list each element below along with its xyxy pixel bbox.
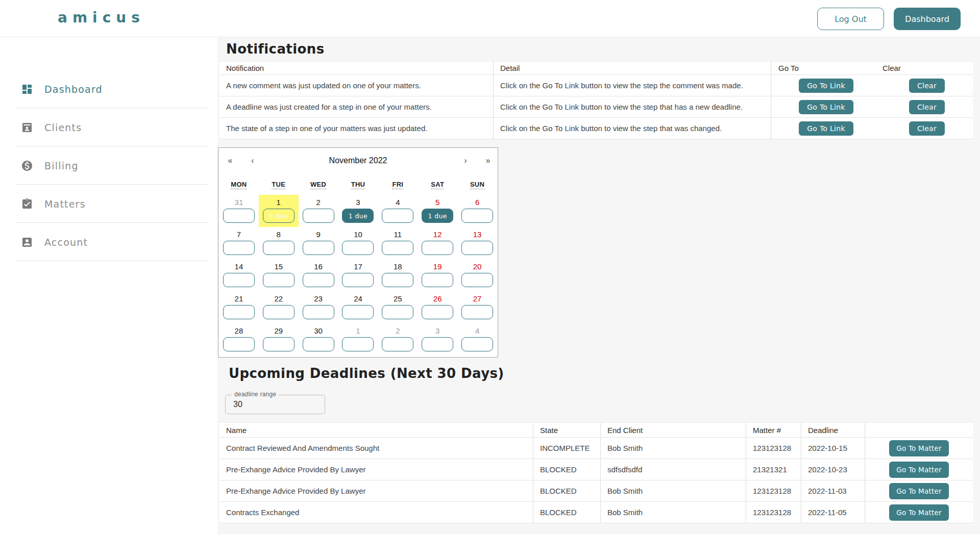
calendar-next-year-button[interactable]: » — [481, 154, 495, 167]
sidebar-item-clients[interactable]: Clients — [0, 108, 217, 146]
calendar-day[interactable]: 10 — [338, 227, 378, 259]
calendar-day[interactable]: 14 — [219, 259, 259, 291]
calendar-day-tile[interactable] — [342, 273, 374, 287]
calendar-day[interactable]: 1 0 due — [259, 195, 299, 227]
calendar-day[interactable]: 18 — [378, 259, 418, 291]
calendar-day[interactable]: 1 — [338, 323, 378, 355]
calendar-day[interactable]: 21 — [219, 291, 259, 323]
calendar-day[interactable]: 26 — [418, 291, 457, 323]
deadline-range-field[interactable]: deadline range — [225, 395, 325, 414]
calendar-day-tile[interactable] — [461, 337, 493, 351]
sidebar-item-dashboard[interactable]: Dashboard — [0, 70, 217, 108]
calendar-day[interactable]: 22 — [259, 291, 299, 323]
calendar-day-tile[interactable] — [263, 337, 295, 351]
calendar-day-tile[interactable] — [223, 273, 255, 287]
go-to-matter-button[interactable]: Go To Matter — [889, 483, 948, 499]
calendar-day[interactable]: 25 — [378, 291, 418, 323]
calendar-day[interactable]: 17 — [338, 259, 378, 291]
page: amicus Log Out Dashboard Dashboard Clien… — [0, 0, 980, 534]
go-to-matter-button[interactable]: Go To Matter — [889, 440, 948, 456]
calendar-day[interactable]: 9 — [299, 227, 338, 259]
calendar-day-tile[interactable] — [382, 305, 413, 319]
calendar-day-tile[interactable] — [382, 241, 413, 255]
calendar-day-tile[interactable] — [263, 305, 295, 319]
deadline-row: Pre-Exhange Advice Provided By Lawyer BL… — [219, 480, 973, 502]
calendar-day-tile[interactable] — [223, 337, 255, 351]
calendar-day-tile[interactable] — [303, 273, 334, 287]
calendar-day-number: 13 — [457, 230, 497, 239]
calendar-day[interactable]: 13 — [457, 227, 497, 259]
calendar-day-tile[interactable] — [461, 241, 493, 255]
calendar-day[interactable]: 11 — [378, 227, 418, 259]
calendar-next-month-button[interactable]: › — [459, 154, 472, 167]
calendar-day[interactable]: 23 — [299, 291, 338, 323]
calendar-day[interactable]: 31 — [219, 195, 259, 227]
log-out-button[interactable]: Log Out — [817, 8, 884, 30]
clear-button[interactable]: Clear — [909, 121, 945, 136]
calendar-day[interactable]: 2 — [299, 195, 338, 227]
calendar-day[interactable]: 6 — [457, 195, 497, 227]
calendar-day-tile[interactable] — [382, 273, 413, 287]
calendar-day[interactable]: 3 — [418, 323, 457, 355]
calendar-day-number: 16 — [299, 262, 338, 271]
calendar-day[interactable]: 12 — [418, 227, 457, 259]
calendar-day-tile[interactable] — [342, 241, 374, 255]
clear-button[interactable]: Clear — [909, 100, 945, 114]
calendar-day[interactable]: 15 — [259, 259, 299, 291]
sidebar-item-billing[interactable]: Billing — [0, 146, 217, 185]
calendar-day-tile[interactable] — [461, 305, 493, 319]
sidebar-item-account[interactable]: Account — [0, 223, 217, 261]
calendar-day[interactable]: 27 — [457, 291, 497, 323]
go-to-link-button[interactable]: Go To Link — [799, 121, 853, 136]
calendar-day-tile[interactable] — [422, 337, 453, 351]
calendar-day-tile[interactable] — [382, 337, 413, 351]
calendar-day-tile[interactable] — [461, 273, 493, 287]
calendar-day[interactable]: 8 — [259, 227, 299, 259]
calendar-day-tile[interactable]: 1 due — [422, 209, 453, 223]
calendar-day-tile[interactable] — [461, 209, 493, 223]
go-to-link-button[interactable]: Go To Link — [799, 100, 853, 114]
calendar-day-tile[interactable] — [303, 337, 334, 351]
deadline-range-input[interactable] — [233, 396, 320, 413]
calendar-day-tile[interactable] — [342, 337, 374, 351]
calendar-day-tile[interactable] — [223, 209, 255, 223]
calendar-day-tile[interactable] — [303, 305, 334, 319]
go-to-matter-button[interactable]: Go To Matter — [889, 462, 948, 478]
calendar-day-tile[interactable]: 0 due — [263, 209, 295, 223]
calendar-day[interactable]: 5 1 due — [418, 195, 457, 227]
deadline-date: 2022-10-23 — [801, 459, 865, 480]
clear-button[interactable]: Clear — [909, 79, 945, 93]
deadline-state: INCOMPLETE — [533, 438, 601, 459]
calendar-day[interactable]: 24 — [338, 291, 378, 323]
calendar-day-tile[interactable] — [342, 305, 374, 319]
calendar-day[interactable]: 3 1 due — [338, 195, 378, 227]
calendar-day-number: 9 — [299, 230, 338, 239]
calendar-day-tile[interactable] — [303, 209, 334, 223]
calendar-day[interactable]: 7 — [219, 227, 259, 259]
calendar-day[interactable]: 20 — [457, 259, 497, 291]
calendar-day-number: 24 — [338, 294, 378, 303]
calendar-day-number: 27 — [457, 294, 497, 303]
calendar-day[interactable]: 19 — [418, 259, 457, 291]
calendar-day-tile[interactable]: 1 due — [342, 209, 374, 223]
sidebar-item-matters[interactable]: Matters — [0, 185, 217, 223]
calendar-day-tile[interactable] — [422, 273, 453, 287]
calendar-day[interactable]: 29 — [259, 323, 299, 355]
dashboard-button[interactable]: Dashboard — [894, 8, 961, 30]
calendar-day-tile[interactable] — [223, 305, 255, 319]
calendar-day[interactable]: 16 — [299, 259, 338, 291]
calendar-day-tile[interactable] — [422, 241, 453, 255]
calendar-day-tile[interactable] — [303, 241, 334, 255]
calendar-day-tile[interactable] — [422, 305, 453, 319]
calendar-day[interactable]: 28 — [219, 323, 259, 355]
go-to-matter-button[interactable]: Go To Matter — [889, 504, 948, 521]
calendar-day-tile[interactable] — [223, 241, 255, 255]
calendar-day[interactable]: 2 — [378, 323, 418, 355]
go-to-link-button[interactable]: Go To Link — [799, 79, 853, 93]
calendar-day[interactable]: 4 — [457, 323, 497, 355]
calendar-day[interactable]: 30 — [299, 323, 338, 355]
calendar-day-tile[interactable] — [263, 273, 295, 287]
calendar-day-tile[interactable] — [263, 241, 295, 255]
calendar-day-tile[interactable] — [382, 209, 413, 223]
calendar-day[interactable]: 4 — [378, 195, 418, 227]
